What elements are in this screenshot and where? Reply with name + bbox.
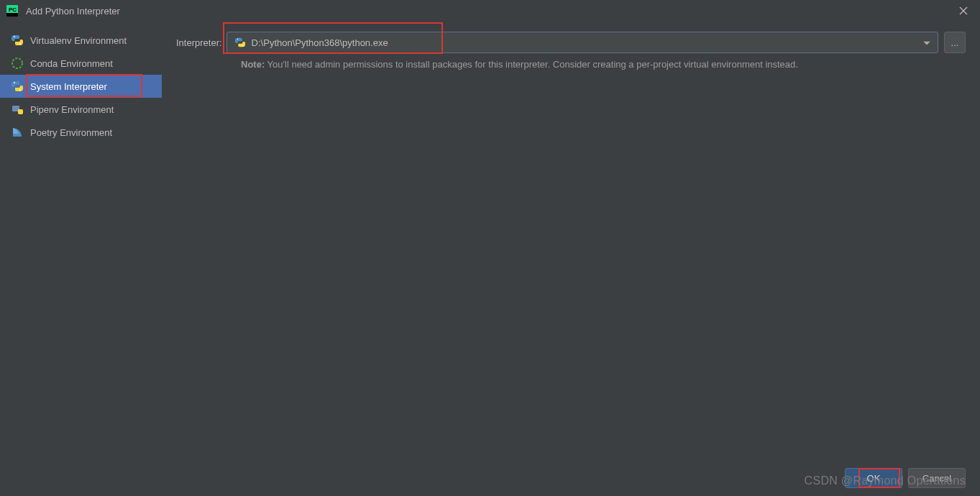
sidebar-item-label: Poetry Environment — [30, 127, 112, 138]
note-text: You'll need admin permissions to install… — [265, 59, 798, 70]
conda-icon — [10, 56, 24, 70]
sidebar-item-poetry[interactable]: Poetry Environment — [0, 121, 162, 144]
close-icon — [959, 6, 968, 15]
dialog-content: Virtualenv Environment Conda Environment… — [0, 22, 980, 460]
interpreter-path-value: D:\Python\Python368\python.exe — [252, 37, 388, 48]
svg-point-8 — [14, 82, 15, 83]
interpreter-label: Interpreter: — [176, 37, 222, 48]
cancel-button-label: Cancel — [922, 473, 951, 484]
interpreter-row: Interpreter: D:\Python\Python368\python.… — [176, 32, 966, 53]
ellipsis-icon: ... — [951, 37, 959, 48]
note-row: Note: You'll need admin permissions to i… — [176, 59, 966, 70]
poetry-icon — [10, 125, 24, 139]
sidebar-item-virtualenv[interactable]: Virtualenv Environment — [0, 29, 162, 52]
python-icon — [10, 79, 24, 93]
pycharm-app-icon: PC — [6, 4, 19, 17]
python-icon — [10, 33, 24, 47]
sidebar-item-pipenv[interactable]: Pipenv Environment — [0, 98, 162, 121]
interpreter-dropdown[interactable]: D:\Python\Python368\python.exe — [226, 32, 938, 53]
browse-button[interactable]: ... — [944, 32, 966, 53]
window-title: Add Python Interpreter — [26, 6, 120, 17]
pipenv-icon — [10, 102, 24, 116]
python-icon — [234, 37, 246, 48]
svg-point-6 — [19, 43, 21, 45]
ok-button[interactable]: OK — [845, 468, 902, 488]
sidebar-item-label: Conda Environment — [30, 58, 113, 69]
sidebar-item-label: Virtualenv Environment — [30, 35, 127, 46]
svg-text:PC: PC — [9, 6, 17, 13]
svg-point-9 — [19, 89, 21, 91]
titlebar: PC Add Python Interpreter — [0, 0, 980, 22]
svg-point-11 — [237, 39, 237, 40]
chevron-down-icon — [923, 37, 930, 48]
close-button[interactable] — [953, 0, 974, 22]
note-label: Note: — [241, 59, 265, 70]
interpreter-type-sidebar: Virtualenv Environment Conda Environment… — [0, 22, 162, 460]
svg-point-7 — [12, 58, 22, 68]
svg-rect-1 — [6, 13, 18, 17]
svg-point-12 — [242, 45, 242, 46]
sidebar-item-conda[interactable]: Conda Environment — [0, 52, 162, 75]
interpreter-dropdown-wrap: D:\Python\Python368\python.exe — [226, 32, 938, 53]
ok-button-label: OK — [867, 473, 881, 484]
sidebar-item-system-interpreter[interactable]: System Interpreter — [0, 75, 162, 98]
main-panel: Interpreter: D:\Python\Python368\python.… — [162, 22, 980, 460]
sidebar-item-label: System Interpreter — [30, 81, 107, 92]
cancel-button[interactable]: Cancel — [908, 468, 966, 488]
svg-point-5 — [14, 36, 15, 37]
sidebar-item-label: Pipenv Environment — [30, 104, 114, 115]
dialog-footer: OK Cancel — [0, 460, 980, 496]
